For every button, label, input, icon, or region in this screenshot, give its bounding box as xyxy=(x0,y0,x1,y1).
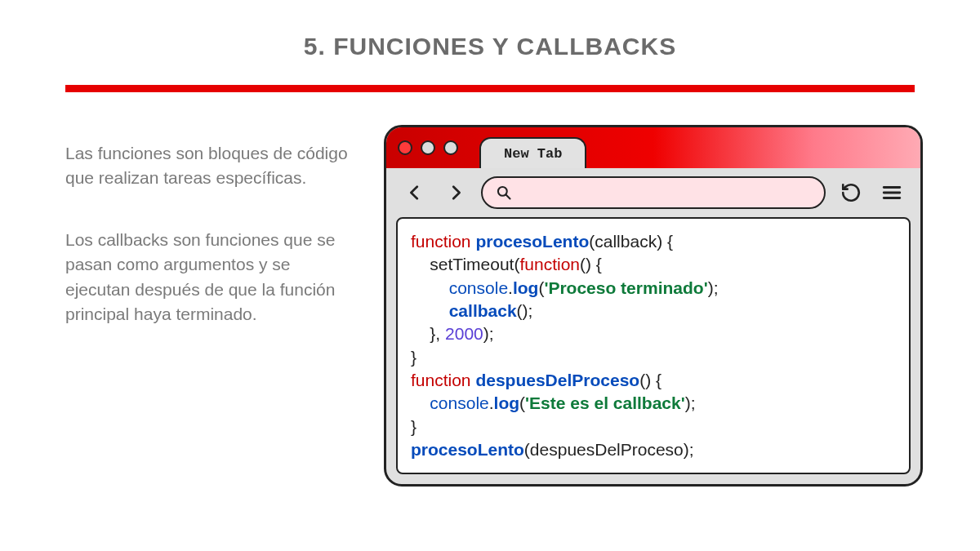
code-text: setTimeout( xyxy=(411,255,519,273)
log-method: log xyxy=(494,393,520,412)
back-button[interactable] xyxy=(399,177,430,208)
code-block: function procesoLento(callback) { setTim… xyxy=(411,230,896,461)
paragraph-functions: Las funciones son bloques de código que … xyxy=(65,141,351,191)
code-text: (callback) { xyxy=(589,232,673,251)
window-controls xyxy=(398,140,458,155)
code-text: () { xyxy=(580,255,602,273)
title-divider xyxy=(65,85,915,92)
number-literal: 2000 xyxy=(445,324,483,343)
menu-button[interactable] xyxy=(876,177,907,208)
tab-label: New Tab xyxy=(504,146,562,162)
browser-tab[interactable]: New Tab xyxy=(479,137,586,168)
slide: 5. FUNCIONES Y CALLBACKS Las funciones s… xyxy=(0,0,980,551)
browser-window: New Tab xyxy=(384,125,923,487)
svg-line-1 xyxy=(506,195,510,199)
keyword-function: function xyxy=(411,371,471,389)
console-ref: console xyxy=(449,278,508,297)
chevron-right-icon xyxy=(447,184,465,202)
string-literal: 'Este es el callback' xyxy=(525,393,685,412)
forward-button[interactable] xyxy=(440,177,471,208)
console-ref: console xyxy=(430,393,488,412)
code-text xyxy=(411,278,449,297)
minimize-icon[interactable] xyxy=(421,140,435,155)
browser-toolbar xyxy=(386,168,920,217)
fn-name-despuesDelProceso: despuesDelProceso xyxy=(475,371,639,389)
maximize-icon[interactable] xyxy=(443,140,458,155)
log-method: log xyxy=(513,278,539,297)
browser-titlebar: New Tab xyxy=(386,127,920,168)
code-text xyxy=(411,393,430,412)
hamburger-icon xyxy=(881,182,902,203)
code-text: ); xyxy=(483,324,494,343)
browser-column: New Tab xyxy=(384,125,923,487)
callback-call: callback xyxy=(449,301,517,320)
url-bar[interactable] xyxy=(481,176,826,209)
code-text: } xyxy=(411,348,416,367)
paragraph-callbacks: Los callbacks son funciones que se pasan… xyxy=(65,228,351,327)
search-icon xyxy=(496,184,512,201)
code-text: }, xyxy=(411,324,445,343)
code-text: (despuesDelProceso); xyxy=(524,440,694,459)
string-literal: 'Proceso terminado' xyxy=(544,278,707,297)
code-text: (); xyxy=(517,301,533,320)
reload-icon xyxy=(840,182,862,203)
code-area: function procesoLento(callback) { setTim… xyxy=(396,217,911,474)
fn-name-procesoLento: procesoLento xyxy=(475,232,589,251)
code-text: () { xyxy=(639,371,662,389)
fn-call-procesoLento: procesoLento xyxy=(411,440,524,459)
close-icon[interactable] xyxy=(398,140,412,155)
keyword-function: function xyxy=(411,232,471,251)
code-text: } xyxy=(411,417,416,436)
code-text xyxy=(411,301,449,320)
code-text: ); xyxy=(708,278,719,297)
chevron-left-icon xyxy=(406,184,424,202)
keyword-function: function xyxy=(519,255,580,273)
text-column: Las funciones son bloques de código que … xyxy=(65,125,351,487)
reload-button[interactable] xyxy=(835,177,866,208)
code-text: ); xyxy=(685,393,696,412)
page-title: 5. FUNCIONES Y CALLBACKS xyxy=(65,33,915,60)
content-row: Las funciones son bloques de código que … xyxy=(65,125,915,487)
